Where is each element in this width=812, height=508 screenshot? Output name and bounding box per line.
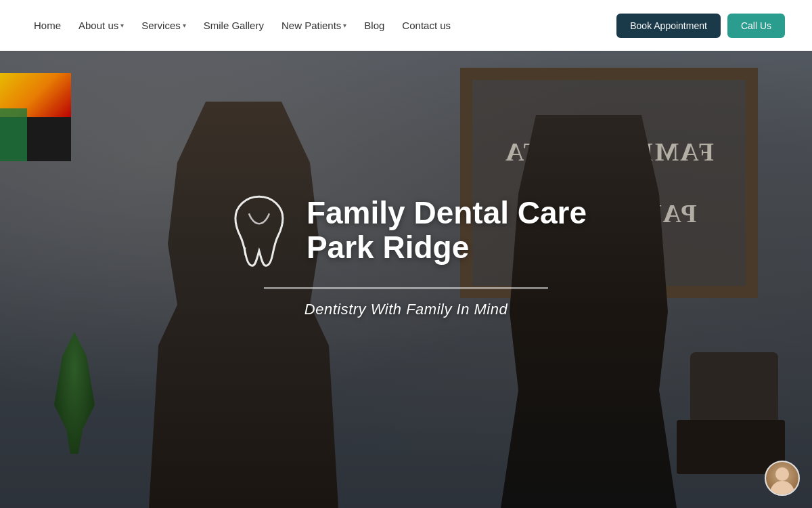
nav-item-smile-gallery[interactable]: Smile Gallery	[197, 16, 271, 35]
logo-inner: Family Dental Care Park Ridge	[225, 190, 587, 271]
chair-decoration	[677, 339, 785, 474]
nav-link-smile-gallery[interactable]: Smile Gallery	[197, 16, 271, 35]
logo-text-block: Family Dental Care Park Ridge	[307, 196, 587, 265]
plant-decoration	[27, 318, 122, 454]
nav-link-blog[interactable]: Blog	[357, 16, 391, 35]
nav-link-about[interactable]: About us ▾	[72, 16, 131, 35]
chevron-down-icon: ▾	[120, 22, 124, 29]
logo-container: Family Dental Care Park Ridge Dentistry …	[225, 190, 587, 318]
nav-link-home[interactable]: Home	[27, 16, 68, 35]
nav-link-services[interactable]: Services ▾	[135, 16, 193, 35]
chat-avatar	[766, 462, 798, 494]
nav-link-new-patients[interactable]: New Patients ▾	[275, 16, 353, 35]
tooth-icon	[225, 190, 293, 271]
book-appointment-button[interactable]: Book Appointment	[616, 14, 721, 38]
call-us-button[interactable]: Call Us	[727, 14, 785, 38]
nav-item-contact[interactable]: Contact us	[395, 16, 457, 35]
hero-section: FAMILY DENTACAREPARK RIDGE Family Dental…	[0, 0, 812, 508]
nav-link-contact[interactable]: Contact us	[395, 16, 457, 35]
chevron-down-icon: ▾	[343, 22, 346, 29]
nav-buttons: Book Appointment Call Us	[616, 14, 785, 38]
logo-title-line1: Family Dental Care	[307, 196, 587, 231]
nav-item-about[interactable]: About us ▾	[72, 16, 131, 35]
logo-tagline: Dentistry With Family In Mind	[304, 301, 508, 318]
nav-links: Home About us ▾ Services ▾ Smile Gallery	[27, 16, 457, 35]
chevron-down-icon: ▾	[183, 22, 186, 29]
logo-divider	[264, 287, 548, 289]
logo-title-line2: Park Ridge	[307, 230, 587, 265]
nav-item-services[interactable]: Services ▾	[135, 16, 193, 35]
nav-item-new-patients[interactable]: New Patients ▾	[275, 16, 353, 35]
nav-item-blog[interactable]: Blog	[357, 16, 391, 35]
navbar: Home About us ▾ Services ▾ Smile Gallery	[0, 0, 812, 51]
chat-bubble-button[interactable]	[765, 461, 800, 496]
tv-screen	[0, 73, 71, 161]
nav-item-home[interactable]: Home	[27, 16, 68, 35]
